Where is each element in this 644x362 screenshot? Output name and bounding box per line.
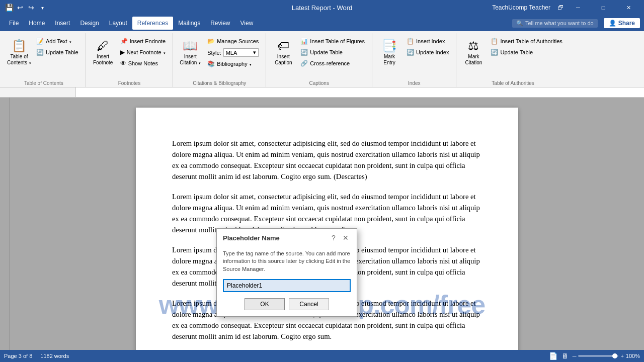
dialog-help-icon[interactable]: ? (329, 233, 339, 243)
dialog-buttons: OK Cancel (223, 298, 351, 310)
ribbon-group-citations: 📖 InsertCitation ▾ 📂 Manage Sources Styl… (173, 33, 266, 87)
add-text-button[interactable]: 📝 Add Text ▾ (33, 36, 82, 46)
insert-caption-button[interactable]: 🏷 InsertCaption (270, 36, 296, 69)
menu-review[interactable]: Review (205, 17, 235, 30)
title-bar-controls: TeachUcomp Teacher 🗗 ─ □ ✕ (492, 0, 640, 15)
update-index-icon: 🔄 (407, 49, 414, 56)
insert-authorities-icon: 📋 (491, 38, 498, 45)
insert-table-figures-button[interactable]: 📊 Insert Table of Figures (297, 36, 368, 46)
menu-view[interactable]: View (235, 17, 259, 30)
zoom-in-icon[interactable]: + (620, 353, 623, 359)
mark-entry-button[interactable]: 📑 MarkEntry (376, 36, 403, 69)
cross-reference-button[interactable]: 🔗 Cross-reference (297, 58, 368, 68)
index-items: 📑 MarkEntry 📋 Insert Index 🔄 Update Inde… (376, 34, 452, 79)
mark-entry-icon: 📑 (382, 40, 397, 52)
restore-icon[interactable]: 🗗 (556, 4, 565, 12)
zoom-thumb (612, 353, 617, 358)
menu-references[interactable]: References (132, 17, 173, 30)
insert-citation-button[interactable]: 📖 InsertCitation ▾ (177, 36, 203, 69)
insert-table-authorities-button[interactable]: 📋 Insert Table of Authorities (488, 36, 565, 46)
update-table-toc-icon: 🔄 (36, 49, 44, 56)
table-of-contents-button[interactable]: 📋 Table ofContents ▾ (6, 36, 32, 69)
next-footnote-icon: ▶ (120, 49, 125, 56)
show-notes-icon: 👁 (120, 60, 126, 67)
manage-sources-button[interactable]: 📂 Manage Sources (204, 36, 262, 46)
ribbon: 📋 Table ofContents ▾ 📝 Add Text ▾ 🔄 Upda… (0, 31, 644, 87)
quick-access-toolbar: 💾 ↩ ↪ ▾ (4, 3, 47, 13)
style-select[interactable]: MLA ▾ (223, 48, 259, 57)
dialog-overlay: Placeholder Name ? ✕ Type the tag name o… (0, 98, 644, 350)
show-notes-button[interactable]: 👁 Show Notes (117, 58, 169, 68)
zoom-out-icon[interactable]: ─ (573, 353, 577, 359)
mark-citation-button[interactable]: ⚖ MarkCitation (460, 36, 487, 69)
caption-icon: 🏷 (277, 40, 289, 52)
redo-icon[interactable]: ↪ (26, 3, 36, 13)
menu-design[interactable]: Design (75, 17, 104, 30)
undo-icon[interactable]: ↩ (15, 3, 25, 13)
tell-me-search[interactable]: 🔍 Tell me what you want to do (512, 19, 598, 28)
ribbon-group-index: 📑 MarkEntry 📋 Insert Index 🔄 Update Inde… (372, 33, 456, 87)
toc-items: 📋 Table ofContents ▾ 📝 Add Text ▾ 🔄 Upda… (6, 34, 82, 79)
customize-icon[interactable]: ▾ (37, 3, 47, 13)
menu-bar: File Home Insert Design Layout Reference… (0, 15, 644, 31)
insert-index-button[interactable]: 📋 Insert Index (404, 36, 452, 46)
user-name: TeachUcomp Teacher (492, 4, 550, 11)
table-figures-icon: 📊 (300, 38, 308, 45)
update-authorities-icon: 🔄 (491, 49, 498, 56)
bibliography-icon: 📚 (207, 60, 215, 67)
search-icon: 🔍 (516, 20, 523, 27)
captions-items: 🏷 InsertCaption 📊 Insert Table of Figure… (270, 34, 368, 79)
save-icon[interactable]: 💾 (4, 3, 14, 13)
bibliography-button[interactable]: 📚 Bibliography ▾ (204, 59, 262, 69)
footnotes-secondary: 📌 Insert Endnote ▶ Next Footnote ▾ 👁 Sho… (117, 36, 169, 68)
placeholder-name-dialog: Placeholder Name ? ✕ Type the tag name o… (216, 228, 357, 317)
page-info: Page 3 of 8 (4, 353, 32, 359)
dialog-header: Placeholder Name ? ✕ (217, 229, 357, 246)
dialog-ok-button[interactable]: OK (245, 298, 285, 310)
minimize-button[interactable]: ─ (567, 0, 590, 15)
citations-group-label: Citations & Bibliography (177, 79, 262, 87)
ribbon-group-authorities: ⚖ MarkCitation 📋 Insert Table of Authori… (456, 33, 569, 87)
dialog-close-icon[interactable]: ✕ (341, 233, 351, 243)
cross-ref-icon: 🔗 (300, 60, 308, 67)
dialog-body: Type the tag name of the source. You can… (217, 246, 357, 316)
captions-group-label: Captions (270, 79, 368, 87)
layout-icon[interactable]: 📄 (549, 352, 557, 360)
menu-file[interactable]: File (4, 17, 24, 30)
dialog-cancel-button[interactable]: Cancel (289, 298, 329, 310)
title-bar-left: 💾 ↩ ↪ ▾ (4, 3, 47, 13)
maximize-button[interactable]: □ (592, 0, 615, 15)
menu-mailings[interactable]: Mailings (173, 17, 205, 30)
close-button[interactable]: ✕ (617, 0, 640, 15)
word-count: 1182 words (40, 353, 69, 359)
menu-home[interactable]: Home (24, 17, 50, 30)
menu-insert[interactable]: Insert (50, 17, 75, 30)
insert-footnote-button[interactable]: 🖊 InsertFootnote (90, 36, 116, 69)
dialog-description: Type the tag name of the source. You can… (223, 250, 351, 273)
search-placeholder: Tell me what you want to do (525, 20, 594, 26)
status-right: 📄 🖥 ─ + 100% (549, 352, 640, 360)
endnote-icon: 📌 (120, 38, 128, 45)
insert-index-icon: 📋 (407, 38, 414, 45)
ribbon-group-toc: 📋 Table ofContents ▾ 📝 Add Text ▾ 🔄 Upda… (2, 33, 86, 87)
ruler (0, 87, 644, 98)
print-layout-icon[interactable]: 🖥 (561, 352, 569, 360)
zoom-slider[interactable] (578, 355, 618, 357)
zoom-control: ─ + 100% (573, 353, 640, 359)
update-table-toc-button[interactable]: 🔄 Update Table (33, 47, 82, 57)
update-table-authorities-button[interactable]: 🔄 Update Table (488, 47, 565, 57)
update-table-captions-button[interactable]: 🔄 Update Table (297, 47, 368, 57)
share-button[interactable]: 👤 Share (604, 18, 640, 28)
dialog-header-icons: ? ✕ (329, 233, 351, 243)
menu-layout[interactable]: Layout (104, 17, 132, 30)
toc-secondary: 📝 Add Text ▾ 🔄 Update Table (33, 36, 82, 57)
authorities-secondary: 📋 Insert Table of Authorities 🔄 Update T… (488, 36, 565, 57)
captions-secondary: 📊 Insert Table of Figures 🔄 Update Table… (297, 36, 368, 68)
index-secondary: 📋 Insert Index 🔄 Update Index (404, 36, 452, 57)
next-footnote-button[interactable]: ▶ Next Footnote ▾ (117, 47, 169, 57)
toc-group-label: Table of Contents (6, 79, 82, 87)
update-index-button[interactable]: 🔄 Update Index (404, 47, 452, 57)
placeholder-name-input[interactable] (223, 279, 351, 292)
ribbon-content: 📋 Table ofContents ▾ 📝 Add Text ▾ 🔄 Upda… (0, 31, 644, 87)
insert-endnote-button[interactable]: 📌 Insert Endnote (117, 36, 169, 46)
